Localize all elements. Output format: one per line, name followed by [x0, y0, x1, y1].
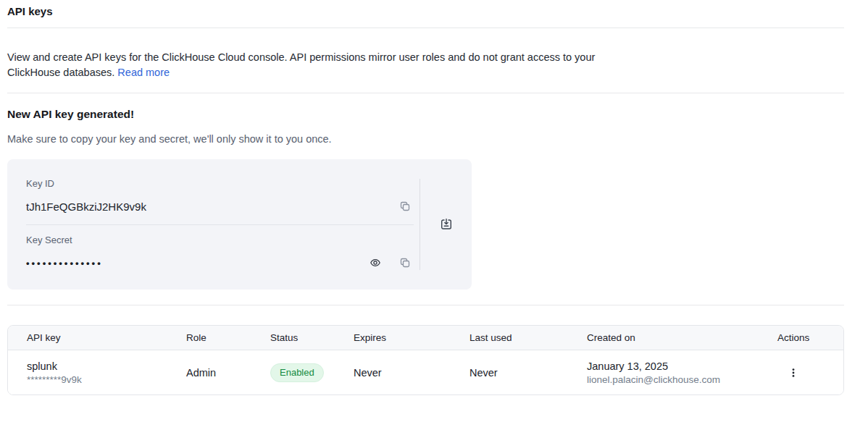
col-header-api-key: API key [8, 332, 186, 343]
page-description-text: View and create API keys for the ClickHo… [7, 51, 595, 78]
key-id-label: Key ID [26, 178, 414, 190]
cell-status: Enabled [270, 363, 354, 382]
page-title: API keys [7, 0, 844, 28]
copy-icon [399, 257, 411, 269]
divider [7, 305, 844, 305]
key-secret-label: Key Secret [26, 235, 414, 246]
download-key-button[interactable] [438, 216, 455, 233]
eye-icon [370, 257, 381, 269]
created-date: January 13, 2025 [587, 359, 770, 374]
col-header-actions: Actions [770, 332, 843, 343]
copy-icon [399, 201, 411, 212]
key-fields: Key ID tJh1FeQGBkziJ2HK9v9k [26, 178, 420, 271]
copy-key-id-button[interactable] [396, 198, 414, 215]
created-by-email: lionel.palacin@clickhouse.com [587, 374, 770, 387]
cell-last-used: Never [470, 366, 587, 380]
row-actions-button[interactable] [785, 364, 802, 381]
read-more-link[interactable]: Read more [117, 67, 170, 78]
copy-secret-button[interactable] [396, 254, 414, 271]
api-key-name: splunk [27, 359, 186, 374]
col-header-expires: Expires [354, 332, 470, 343]
api-key-masked: *********9v9k [27, 374, 186, 387]
kebab-icon [788, 367, 798, 379]
cell-api-key: splunk *********9v9k [8, 359, 186, 387]
panel-divider [26, 224, 414, 225]
download-column [420, 159, 472, 290]
key-secret-value: •••••••••••••• [26, 258, 103, 269]
col-header-role: Role [186, 332, 270, 343]
cell-actions [770, 364, 843, 381]
new-key-banner: New API key generated! Make sure to copy… [7, 106, 844, 290]
key-id-field: Key ID tJh1FeQGBkziJ2HK9v9k [26, 178, 414, 214]
divider [7, 28, 844, 28]
cell-expires: Never [354, 366, 470, 380]
divider [7, 93, 844, 93]
reveal-secret-button[interactable] [367, 254, 384, 271]
api-keys-page: API keys View and create API keys for th… [7, 0, 844, 395]
table-header-row: API key Role Status Expires Last used Cr… [8, 326, 843, 350]
banner-heading: New API key generated! [7, 106, 844, 122]
banner-subheading: Make sure to copy your key and secret, w… [7, 132, 844, 146]
cell-role: Admin [186, 366, 270, 380]
page-description: View and create API keys for the ClickHo… [7, 50, 598, 80]
col-header-last-used: Last used [470, 332, 587, 343]
key-id-value: tJh1FeQGBkziJ2HK9v9k [26, 201, 146, 213]
key-panel: Key ID tJh1FeQGBkziJ2HK9v9k [7, 159, 472, 290]
key-secret-field: Key Secret •••••••••••••• [26, 235, 414, 271]
col-header-created-on: Created on [587, 332, 770, 343]
cell-created-on: January 13, 2025 lionel.palacin@clickhou… [587, 359, 770, 387]
status-badge: Enabled [270, 363, 324, 382]
table-row: splunk *********9v9k Admin Enabled Never… [8, 350, 843, 394]
col-header-status: Status [270, 332, 354, 343]
api-keys-table: API key Role Status Expires Last used Cr… [7, 325, 844, 395]
download-icon [440, 218, 453, 231]
